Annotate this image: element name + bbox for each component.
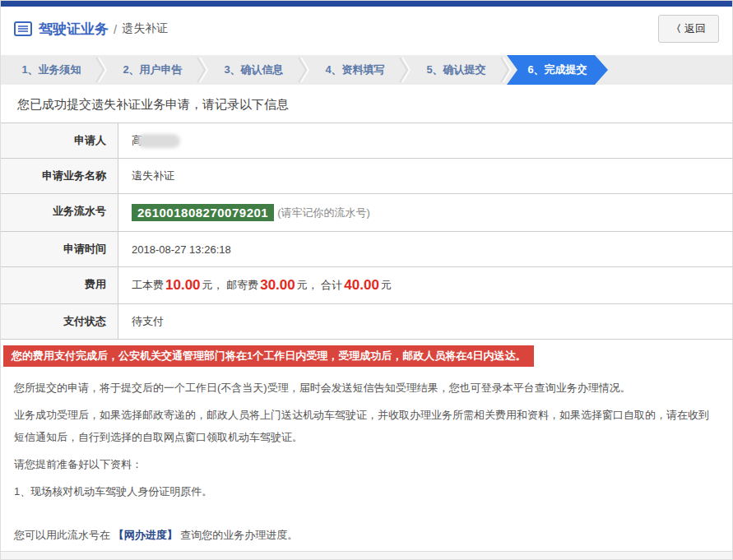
table-row-service-name: 申请业务名称 遗失补证 — [1, 159, 732, 194]
fee-text: 元， 合计 — [297, 278, 343, 293]
tab-step-3[interactable]: 3、确认信息 — [203, 55, 304, 85]
row-value: 261001808270079201 (请牢记你的流水号) — [118, 194, 732, 231]
back-button-label: 返回 — [684, 21, 706, 36]
instruction-paragraph: 您所提交的申请，将于提交后的一个工作日(不含当天)受理，届时会发送短信告知受理结… — [14, 377, 719, 399]
progress-note: 您可以用此流水号在 【网办进度】 查询您的业务办理进度。 — [14, 524, 719, 546]
list-icon — [14, 21, 32, 36]
instruction-paragraph: 1、现场核对机动车驾驶人身份证明原件。 — [14, 480, 719, 502]
progress-link: 【网办进度】 — [114, 529, 178, 541]
fee-amount-postage: 30.00 — [260, 277, 295, 294]
row-label: 申请人 — [1, 123, 118, 158]
instructions-section: 您所提交的申请，将于提交后的一个工作日(不含当天)受理，届时会发送短信告知受理结… — [1, 368, 732, 551]
application-info-table: 申请人 高 申请业务名称 遗失补证 业务流水号 2610018082700792… — [1, 123, 732, 340]
row-label: 申请时间 — [1, 232, 118, 266]
row-value: 高 — [118, 123, 732, 158]
success-message: 您已成功提交遗失补证业务申请，请记录以下信息 — [17, 97, 716, 113]
instruction-paragraph: 请您提前准备好以下资料： — [14, 453, 719, 475]
instruction-paragraph: 业务成功受理后，如果选择邮政寄递的，邮政人员将上门送达机动车驾驶证，并收取办理业… — [14, 404, 719, 448]
back-chevron-icon: 〈 — [671, 22, 681, 36]
table-row-apply-time: 申请时间 2018-08-27 13:26:18 — [1, 232, 732, 267]
tab-step-1[interactable]: 1、业务须知 — [1, 55, 102, 85]
row-label: 支付状态 — [1, 304, 118, 339]
breadcrumb-separator: / — [114, 22, 117, 36]
table-row-applicant: 申请人 高 — [1, 123, 732, 159]
progress-note-suffix: 查询您的业务办理进度。 — [180, 529, 298, 541]
serial-number-badge: 261001808270079201 — [132, 204, 274, 221]
tab-step-6-active[interactable]: 6、完成提交 — [507, 55, 608, 85]
row-value: 遗失补证 — [118, 159, 732, 193]
breadcrumb-current: 遗失补证 — [122, 21, 168, 36]
page-title: 驾驶证业务 — [39, 20, 109, 39]
row-value: 工本费 10.00 元， 邮寄费 30.00 元， 合计 40.00 元 — [118, 267, 732, 303]
payment-notice-banner: 您的费用支付完成后，公安机关交通管理部门将在1个工作日内受理，受理成功后，邮政人… — [3, 345, 534, 367]
tab-step-2[interactable]: 2、用户申告 — [102, 55, 203, 85]
header-back-button[interactable]: 〈 返回 — [658, 15, 719, 43]
tab-step-4[interactable]: 4、资料填写 — [304, 55, 406, 85]
row-label: 业务流水号 — [1, 194, 118, 231]
table-row-payment-status: 支付状态 待支付 — [1, 304, 732, 340]
action-footer: ¥ 继续支付 ¥ 取消支付 返回 — [1, 551, 732, 560]
fee-text: 元， 邮寄费 — [202, 278, 259, 293]
progress-note-prefix: 您可以用此流水号在 — [14, 529, 110, 541]
tab-step-5[interactable]: 5、确认提交 — [406, 55, 507, 85]
serial-number-note: (请牢记你的流水号) — [277, 206, 370, 220]
row-label: 申请业务名称 — [1, 159, 118, 193]
fee-text: 工本费 — [132, 278, 164, 293]
top-accent-bar — [1, 1, 732, 7]
fee-amount-total: 40.00 — [344, 277, 379, 294]
table-row-serial-number: 业务流水号 261001808270079201 (请牢记你的流水号) — [1, 194, 732, 232]
fee-text: 元 — [381, 278, 392, 293]
page-container: 驾驶证业务 / 遗失补证 〈 返回 1、业务须知 2、用户申告 3、确认信息 4… — [0, 0, 733, 560]
payment-status-value: 待支付 — [118, 304, 732, 339]
step-tabs: 1、业务须知 2、用户申告 3、确认信息 4、资料填写 5、确认提交 6、完成提… — [1, 55, 732, 85]
page-header: 驾驶证业务 / 遗失补证 〈 返回 — [1, 7, 732, 51]
table-row-fee: 费用 工本费 10.00 元， 邮寄费 30.00 元， 合计 40.00 元 — [1, 267, 732, 304]
row-value: 2018-08-27 13:26:18 — [118, 232, 732, 266]
row-label: 费用 — [1, 267, 118, 303]
fee-amount-base: 10.00 — [165, 277, 201, 294]
redaction-blur — [137, 134, 180, 148]
